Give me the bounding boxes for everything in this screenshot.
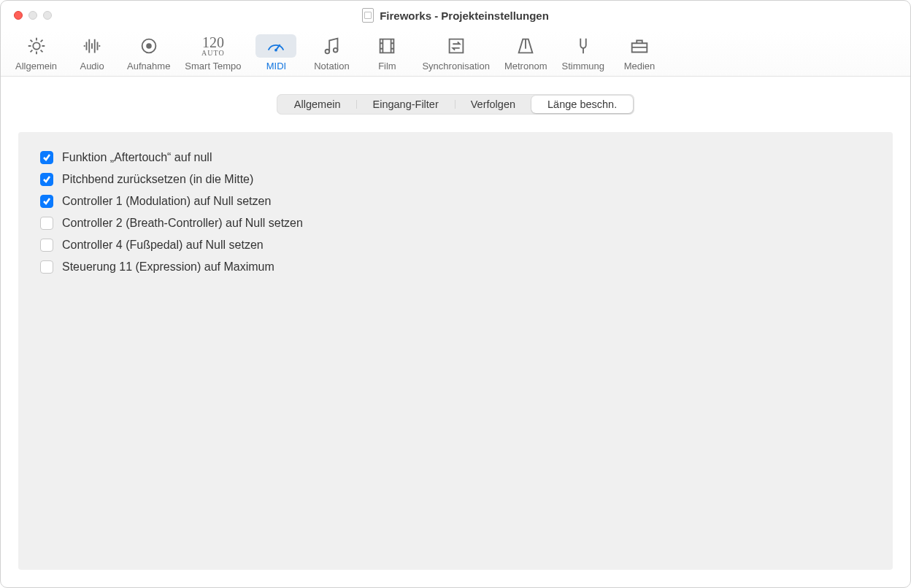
check-row-ctrl4: Controller 4 (Fußpedal) auf Null setzen (40, 239, 871, 252)
gear-icon (16, 34, 57, 58)
toolbar-audio[interactable]: Audio (72, 34, 112, 71)
toolbar-tuning[interactable]: Stimmung (561, 34, 604, 71)
toolbar-general[interactable]: Allgemein (15, 34, 57, 71)
subtab-label: Allgemein (294, 98, 341, 110)
checkbox-aftertouch[interactable] (40, 151, 53, 164)
subtab-clip[interactable]: Länge beschn. (531, 96, 633, 113)
smart-tempo-mode: AUTO (201, 50, 225, 57)
filmstrip-icon (366, 34, 407, 58)
close-button[interactable] (14, 11, 23, 20)
checkbox-label: Steuerung 11 (Expression) auf Maximum (62, 260, 274, 274)
checkbox-label: Controller 2 (Breath-Controller) auf Nul… (62, 217, 303, 230)
check-row-ctrl1: Controller 1 (Modulation) auf Null setze… (40, 195, 871, 208)
record-icon (128, 34, 169, 58)
metronome-icon (505, 34, 546, 58)
checkbox-ctrl11[interactable] (40, 260, 53, 274)
subtab-label: Länge beschn. (547, 98, 617, 110)
toolbar-media[interactable]: Medien (619, 34, 660, 71)
subtab-label: Verfolgen (471, 98, 515, 110)
maximize-button[interactable] (43, 11, 52, 20)
checkbox-ctrl1[interactable] (40, 195, 53, 208)
checkbox-ctrl2[interactable] (40, 217, 53, 230)
subtab-input[interactable]: Eingang-Filter (356, 96, 454, 113)
smart-tempo-bpm: 120 (201, 35, 225, 50)
waveform-icon (72, 34, 112, 58)
toolbar-tempo[interactable]: 120AUTOSmart Tempo (185, 34, 241, 71)
toolbar-label: Allgemein (15, 61, 57, 71)
toolbar-label: Audio (80, 61, 104, 71)
checkbox-label: Controller 4 (Fußpedal) auf Null setzen (62, 239, 264, 252)
check-row-ctrl2: Controller 2 (Breath-Controller) auf Nul… (40, 217, 871, 230)
toolbar: AllgemeinAudioAufnahme120AUTOSmart Tempo… (1, 30, 910, 77)
toolbar-record[interactable]: Aufnahme (127, 34, 170, 71)
content: AllgemeinEingang-FilterVerfolgenLänge be… (1, 77, 910, 587)
toolbar-notation[interactable]: Notation (311, 34, 352, 71)
toolbar-label: Metronom (504, 61, 547, 71)
toolbar-label: MIDI (266, 61, 286, 71)
check-row-ctrl11: Steuerung 11 (Expression) auf Maximum (40, 260, 871, 274)
toolbar-label: Notation (314, 61, 349, 71)
minimize-button[interactable] (28, 11, 37, 20)
subtab-chase[interactable]: Verfolgen (455, 96, 531, 113)
toolbar-label: Stimmung (561, 61, 604, 71)
toolbar-label: Medien (624, 61, 656, 71)
svg-point-2 (146, 43, 152, 49)
toolbar-label: Film (378, 61, 396, 71)
smart-tempo-icon: 120AUTO (193, 34, 234, 58)
window: Fireworks - Projekteinstellungen Allgeme… (0, 0, 911, 588)
checkbox-label: Funktion „Aftertouch“ auf null (62, 151, 212, 164)
toolbar-midi[interactable]: MIDI (255, 34, 296, 71)
toolbar-label: Smart Tempo (185, 61, 241, 71)
checkbox-label: Controller 1 (Modulation) auf Null setze… (62, 195, 271, 208)
settings-panel: Funktion „Aftertouch“ auf nullPitchbend … (18, 132, 893, 570)
window-title: Fireworks - Projekteinstellungen (362, 8, 549, 23)
check-row-aftertouch: Funktion „Aftertouch“ auf null (40, 151, 871, 164)
document-icon (362, 8, 374, 23)
titlebar: Fireworks - Projekteinstellungen (1, 1, 910, 30)
tuning-fork-icon (563, 34, 604, 58)
svg-point-0 (33, 42, 39, 49)
checkbox-label: Pitchbend zurücksetzen (in die Mitte) (62, 173, 253, 186)
sync-icon (436, 34, 477, 58)
checkbox-pitchbend[interactable] (40, 173, 53, 186)
subtab-general[interactable]: Allgemein (278, 96, 357, 113)
toolbar-metronome[interactable]: Metronom (504, 34, 547, 71)
briefcase-icon (619, 34, 660, 58)
window-title-text: Fireworks - Projekteinstellungen (380, 9, 549, 22)
svg-point-3 (275, 49, 278, 52)
toolbar-sync[interactable]: Synchronisation (422, 34, 490, 71)
toolbar-label: Aufnahme (127, 61, 170, 71)
subtab-bar: AllgemeinEingang-FilterVerfolgenLänge be… (277, 94, 634, 115)
check-row-pitchbend: Pitchbend zurücksetzen (in die Mitte) (40, 173, 871, 186)
checkbox-ctrl4[interactable] (40, 239, 53, 252)
toolbar-label: Synchronisation (422, 61, 490, 71)
check-icon (42, 175, 51, 184)
subtab-label: Eingang-Filter (372, 98, 438, 110)
check-icon (42, 197, 51, 206)
toolbar-film[interactable]: Film (366, 34, 407, 71)
gauge-icon (255, 34, 296, 58)
check-icon (42, 153, 51, 162)
traffic-lights (1, 1, 52, 30)
notes-icon (311, 34, 352, 58)
